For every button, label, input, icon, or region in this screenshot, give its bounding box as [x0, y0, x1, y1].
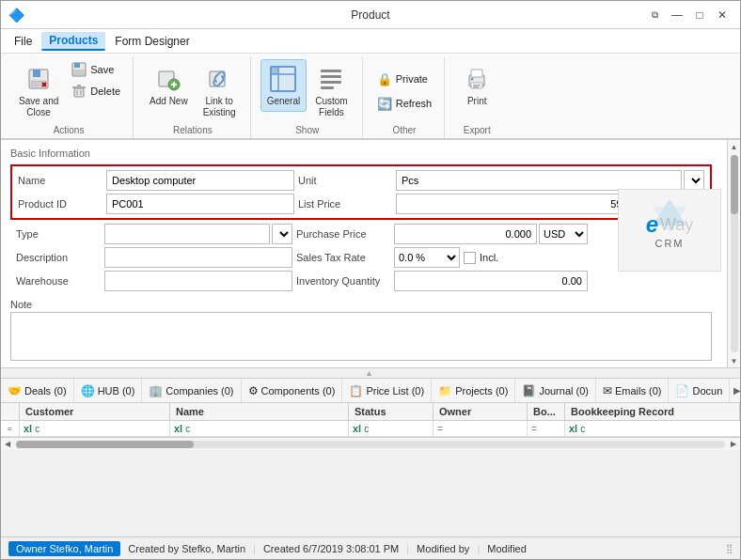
delete-button[interactable]: Delete: [67, 81, 125, 101]
tab-docun[interactable]: 📄 Docun: [669, 379, 730, 402]
description-label: Description: [16, 252, 101, 263]
title-bar: 🔷 Product ⧉ — □ ✕: [1, 1, 740, 29]
status-bar: Owner Stefko, Martin Created by Stefko, …: [1, 537, 740, 559]
type-label: Type: [16, 228, 101, 240]
menu-file[interactable]: File: [7, 33, 39, 50]
app-icon: 🔷: [8, 8, 24, 23]
menu-form-designer[interactable]: Form Designer: [107, 33, 197, 50]
general-icon: [268, 64, 298, 94]
splitter[interactable]: ▲: [1, 367, 740, 379]
svg-rect-8: [74, 88, 84, 97]
list-price-label: List Price: [298, 198, 392, 210]
menu-products[interactable]: Products: [41, 32, 105, 51]
horizontal-scrollbar[interactable]: ◀ ▶: [1, 437, 740, 450]
filter-owner-icon: =: [437, 424, 443, 434]
svg-rect-28: [471, 70, 482, 77]
emails-icon: ✉: [603, 384, 612, 397]
tab-journal[interactable]: 📓 Journal (0): [515, 379, 596, 402]
print-button[interactable]: Print: [454, 59, 499, 112]
components-icon: ⚙: [248, 384, 259, 397]
filter-toggle-icon: =: [8, 424, 12, 433]
link-to-existing-button[interactable]: Link to Existing: [197, 59, 243, 123]
save-and-close-button[interactable]: Save and Close: [12, 59, 65, 123]
svg-point-30: [471, 78, 474, 81]
col-customer-header[interactable]: Customer: [20, 403, 170, 420]
svg-rect-32: [473, 86, 479, 88]
close-btn[interactable]: ✕: [712, 5, 733, 25]
delete-icon: [71, 84, 87, 99]
filter-bookrec-icon: c: [580, 424, 585, 434]
actions-group-label: Actions: [54, 125, 85, 138]
svg-rect-1: [33, 70, 40, 77]
docun-icon: 📄: [675, 384, 689, 397]
unit-input[interactable]: [396, 170, 682, 191]
logo-box: e Way CRM: [618, 189, 721, 272]
filter-customer: xl c: [20, 421, 170, 436]
list-price-input[interactable]: [396, 194, 654, 214]
svg-rect-25: [321, 81, 341, 84]
minimize-btn[interactable]: —: [667, 5, 687, 25]
col-name-header[interactable]: Name: [170, 403, 349, 420]
warehouse-label: Warehouse: [16, 275, 101, 287]
save-close-icon: [24, 64, 54, 94]
ribbon: Save and Close Save: [1, 54, 740, 139]
unit-label: Unit: [298, 175, 392, 186]
col-owner-header[interactable]: Owner: [434, 403, 528, 420]
name-input[interactable]: [106, 170, 294, 191]
tab-deals[interactable]: 🤝 Deals (0): [1, 379, 74, 402]
col-status-header[interactable]: Status: [349, 403, 434, 420]
warehouse-input[interactable]: [104, 271, 292, 291]
sales-tax-rate-select[interactable]: 0.0 %: [394, 247, 460, 268]
col-bookrec-header[interactable]: Bookkeeping Record: [565, 403, 740, 420]
product-id-label: Product ID: [18, 198, 102, 210]
restore-btn[interactable]: ⧉: [644, 5, 665, 25]
type-input[interactable]: [104, 224, 270, 244]
description-input[interactable]: [104, 247, 292, 268]
private-button[interactable]: 🔒 Private: [372, 69, 437, 89]
ribbon-group-show: General Custom Fields: [253, 57, 363, 138]
general-button[interactable]: General: [260, 59, 307, 112]
h-scroll-right[interactable]: ▶: [727, 438, 740, 451]
scroll-down-arrow[interactable]: ▼: [728, 354, 741, 367]
tab-companies[interactable]: 🏢 Companies (0): [142, 379, 241, 402]
note-label: Note: [10, 299, 716, 310]
purchase-price-input[interactable]: [394, 224, 537, 244]
purchase-price-label: Purchase Price: [296, 228, 390, 240]
note-textarea[interactable]: [10, 312, 712, 361]
custom-fields-button[interactable]: Custom Fields: [308, 59, 354, 123]
tab-components[interactable]: ⚙ Components (0): [242, 379, 343, 402]
form-section: Basic Information Name Unit Product ID: [1, 140, 740, 295]
other-group-label: Other: [392, 125, 416, 138]
price-list-icon: 📋: [349, 384, 363, 397]
tabs-more-arrow[interactable]: ▶: [730, 385, 740, 396]
filter-owner: =: [434, 421, 528, 436]
save-label: Save: [90, 64, 114, 75]
inventory-qty-input[interactable]: [394, 271, 588, 291]
excel-icon-2: xl: [174, 423, 182, 434]
h-scroll-left[interactable]: ◀: [1, 438, 14, 451]
tab-hub[interactable]: 🌐 HUB (0): [74, 379, 143, 402]
tabs-bar: 🤝 Deals (0) 🌐 HUB (0) 🏢 Companies (0) ⚙ …: [1, 379, 740, 403]
tab-price-list[interactable]: 📋 Price List (0): [342, 379, 432, 402]
purchase-price-currency[interactable]: USD: [539, 224, 588, 244]
created-by-status: Created by Stefko, Martin: [128, 543, 245, 554]
refresh-button[interactable]: 🔄 Refresh: [372, 93, 437, 114]
vertical-scrollbar[interactable]: ▲ ▼: [727, 140, 740, 367]
link-existing-label: Link to Existing: [203, 96, 236, 118]
filter-toggle[interactable]: =: [1, 421, 20, 436]
projects-label: Projects (0): [455, 385, 508, 397]
scroll-up-arrow[interactable]: ▲: [728, 140, 741, 153]
tab-emails[interactable]: ✉ Emails (0): [596, 379, 670, 402]
product-id-input[interactable]: [106, 194, 294, 214]
type-dropdown[interactable]: [272, 224, 292, 244]
custom-fields-label: Custom Fields: [315, 96, 347, 118]
sales-tax-incl-checkbox[interactable]: [464, 252, 476, 264]
basic-info-title: Basic Information: [10, 148, 716, 159]
col-bo-header[interactable]: Bo...: [528, 403, 565, 420]
unit-dropdown[interactable]: [684, 170, 704, 191]
tab-projects[interactable]: 📁 Projects (0): [432, 379, 515, 402]
save-button[interactable]: Save: [67, 59, 125, 80]
journal-icon: 📓: [522, 384, 536, 397]
add-new-button[interactable]: Add New: [143, 59, 195, 112]
maximize-btn[interactable]: □: [689, 5, 710, 25]
